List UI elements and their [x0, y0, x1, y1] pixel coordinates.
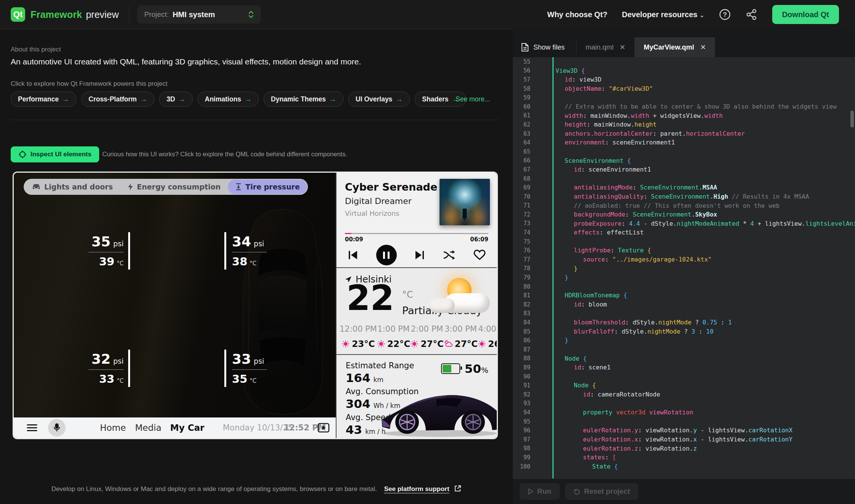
nav-why-choose-qt[interactable]: Why choose Qt?	[547, 10, 607, 19]
tag-pill[interactable]: Cross-Platform→	[81, 91, 154, 107]
platform-support-link[interactable]: See platform support	[384, 485, 449, 493]
page-footer: Develop on Linux, Windows or Mac and dep…	[0, 485, 513, 493]
line-number: 71	[513, 202, 530, 209]
tire-indicator-bar	[224, 350, 226, 387]
line-number: 94	[513, 409, 530, 416]
tab-name: MyCarView.qml	[644, 43, 694, 51]
tab-energy-consumption[interactable]: Energy consumption	[120, 180, 228, 194]
forecast-item: 1:00 PM 22°C	[377, 324, 410, 349]
run-label: Run	[537, 487, 551, 496]
editor-scrollbar[interactable]	[850, 111, 854, 127]
code-line: 58objectName: "#carView3D"	[513, 84, 855, 93]
tab-mycarview-qml[interactable]: MyCarView.qml ✕	[634, 37, 715, 57]
code-line: 72backgroundMode: SceneEnvironment.SkyBo…	[513, 210, 855, 219]
tag-label: Animations	[205, 95, 241, 103]
code-line: 73probeExposure: 4.4 - dStyle.nightModeA…	[513, 219, 855, 228]
line-number: 70	[513, 193, 530, 200]
previous-track-icon[interactable]	[347, 250, 359, 260]
show-files-button[interactable]: Show files	[513, 37, 576, 57]
brand-group: Qt Framework preview	[11, 0, 119, 29]
seek-bar[interactable]	[345, 233, 488, 234]
line-number: 55	[513, 58, 530, 65]
project-label: Project:	[144, 10, 169, 19]
nav-home[interactable]: Home	[100, 417, 126, 438]
pause-icon	[383, 252, 385, 259]
chevron-updown-icon	[248, 10, 254, 19]
line-number: 58	[513, 85, 530, 92]
line-number: 82	[513, 301, 530, 308]
download-qt-button[interactable]: Download Qt	[772, 5, 839, 24]
favorite-icon[interactable]	[473, 249, 486, 261]
editor-action-bar: Run Reset project	[513, 478, 855, 504]
code-line: 88Node {	[513, 354, 855, 363]
code-line: 85blurFalloff: dStyle.nightMode ? 3 : 10	[513, 327, 855, 336]
total-time: 06:09	[470, 236, 488, 243]
line-number: 93	[513, 400, 530, 407]
show-files-label: Show files	[533, 43, 565, 51]
battery-icon	[441, 363, 460, 374]
about-label: About this project	[11, 46, 61, 53]
tag-pill[interactable]: 3D→	[159, 91, 192, 107]
code-editor-panel: Show files main.qml ✕ MyCarView.qml ✕ 55…	[513, 29, 855, 504]
code-line: 77source: "../images/garage-1024.ktx"	[513, 255, 855, 264]
code-line: 66SceneEnvironment {	[513, 156, 855, 165]
battery-status: 50%	[441, 362, 488, 376]
code-area[interactable]: 5556View3D {57id: view3D58objectName: "#…	[513, 57, 855, 479]
line-number: 92	[513, 391, 530, 398]
explore-hint: Click to explore how Qt Framework powers…	[11, 80, 167, 88]
tag-label: Cross-Platform	[89, 95, 137, 103]
line-number: 83	[513, 310, 530, 317]
code-line: 61width: mainWindow.width + widgetsView.…	[513, 111, 855, 120]
tab-main-qml[interactable]: main.qml ✕	[576, 37, 634, 57]
voice-assistant-button[interactable]	[48, 419, 66, 437]
qt-logo[interactable]: Qt	[11, 7, 25, 22]
code-line: 94property vector3d viewRotation	[513, 408, 855, 417]
code-line: 81HDRBloomTonemap {	[513, 291, 855, 300]
shuffle-icon[interactable]	[443, 250, 456, 260]
share-icon[interactable]	[746, 8, 758, 21]
close-icon[interactable]: ✕	[700, 44, 706, 51]
project-selector[interactable]: Project: HMI system	[137, 5, 261, 24]
pause-button[interactable]	[376, 245, 397, 265]
battery-percent: 50	[465, 362, 481, 376]
svg-text:?: ?	[723, 11, 726, 18]
next-track-icon[interactable]	[414, 250, 425, 260]
brand-name: Framework	[31, 9, 82, 20]
line-number: 95	[513, 418, 530, 425]
code-line: 87	[513, 345, 855, 354]
close-icon[interactable]: ✕	[620, 44, 625, 51]
inspect-ui-button[interactable]: Inspect UI elements	[11, 146, 99, 162]
nav-developer-resources[interactable]: Developer resources⌄	[622, 10, 704, 19]
see-more-link[interactable]: See more...	[456, 95, 490, 103]
code-line: 68	[513, 174, 855, 183]
forecast-time: 2:00 PM	[410, 324, 443, 334]
tag-pill[interactable]: Animations→	[198, 91, 259, 107]
help-icon[interactable]: ?	[719, 8, 731, 21]
code-line: 64environment: sceneEnvironment1	[513, 138, 855, 147]
code-line: 71// aoEnabled: true // This often doesn…	[513, 201, 855, 210]
code-line: 76lightProbe: Texture {	[513, 246, 855, 255]
tab-lights-and-doors[interactable]: Lights and doors	[24, 180, 120, 194]
tag-pill[interactable]: Dynamic Themes→	[264, 91, 343, 107]
expand-panel-icon[interactable]	[317, 417, 330, 438]
tab-tire-pressure[interactable]: Tire pressure	[228, 180, 307, 194]
hamburger-menu-icon[interactable]	[27, 417, 37, 438]
editor-tab-bar: Show files main.qml ✕ MyCarView.qml ✕	[513, 29, 855, 57]
tire-pressure-icon	[235, 183, 242, 191]
top-header: Qt Framework preview Project: HMI system…	[0, 0, 855, 29]
range-label: Estimated Range	[346, 361, 414, 370]
tag-pill[interactable]: UI Overlays→	[348, 91, 410, 107]
tag-pill[interactable]: Performance→	[11, 91, 76, 107]
nav-media[interactable]: Media	[135, 417, 161, 438]
demo-tab-bar: Lights and doors Energy consumption Tire…	[24, 179, 308, 195]
reset-project-button[interactable]: Reset project	[565, 483, 638, 500]
code-lines: 5556View3D {57id: view3D58objectName: "#…	[513, 57, 855, 471]
code-line: 63anchors.horizontalCenter: parent.horiz…	[513, 129, 855, 138]
line-number: 87	[513, 346, 530, 353]
forecast-time: 1:00 PM	[377, 324, 410, 334]
code-line: 84bloomThreshold: dStyle.nightMode ? 0.7…	[513, 318, 855, 327]
run-button[interactable]: Run	[520, 483, 560, 500]
car-3d-viewport[interactable]: Lights and doors Energy consumption Tire…	[14, 173, 336, 417]
code-line: 65	[513, 147, 855, 156]
developer-resources-label: Developer resources	[622, 10, 697, 19]
